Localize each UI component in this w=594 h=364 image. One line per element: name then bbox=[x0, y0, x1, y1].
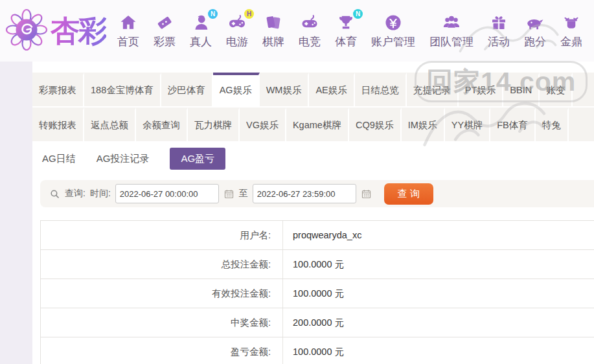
nav-item-lottery[interactable]: 彩票 bbox=[146, 13, 183, 49]
nav-item-paofen[interactable]: 跑分 bbox=[517, 13, 553, 49]
tab-r2-4[interactable]: VG娱乐 bbox=[240, 108, 286, 141]
top-header: 杏彩 首页 彩票 N 真人 H bbox=[0, 0, 594, 62]
brand[interactable]: 杏彩 bbox=[0, 8, 106, 54]
badge: H bbox=[244, 9, 254, 19]
animal-icon bbox=[525, 13, 545, 32]
table-row-3: 中奖金额: 200.0000 元 bbox=[41, 308, 594, 337]
nav-item-esports[interactable]: 电竞 bbox=[291, 13, 328, 49]
tab-r2-3[interactable]: 瓦力棋牌 bbox=[188, 108, 240, 141]
nav-item-live[interactable]: N 真人 bbox=[183, 13, 219, 49]
row-value: 200.0000 元 bbox=[283, 308, 344, 337]
nav-item-label: 电竞 bbox=[299, 34, 321, 49]
nav-item-label: 账户管理 bbox=[371, 34, 415, 49]
row-value: proqwearyda_xc bbox=[283, 221, 361, 249]
tab-r1-3[interactable]: AG娱乐 bbox=[213, 73, 260, 106]
row-label: 有效投注金额: bbox=[41, 279, 283, 308]
tab-r1-0[interactable]: 彩票报表 bbox=[32, 73, 84, 106]
tab-r2-8[interactable]: YY棋牌 bbox=[445, 108, 490, 141]
brand-logo-icon bbox=[5, 8, 48, 54]
table-row-4: 盈亏金额: 100.0000 元 bbox=[41, 337, 594, 364]
tab-r1-6[interactable]: 日结总览 bbox=[355, 73, 407, 106]
badge: N bbox=[208, 9, 218, 19]
calendar-icon[interactable] bbox=[361, 188, 372, 199]
row-label: 中奖金额: bbox=[41, 308, 283, 337]
query-label: 查询: bbox=[65, 188, 86, 199]
person-icon: N bbox=[191, 13, 211, 32]
tab-r2-1[interactable]: 返点总额 bbox=[84, 108, 136, 141]
nav-item-home[interactable]: 首页 bbox=[110, 13, 146, 49]
to-separator: 至 bbox=[239, 188, 248, 199]
gamepad-icon: H bbox=[227, 13, 247, 32]
main-content: 彩票报表188金宝博体育沙巴体育AG娱乐WM娱乐AE娱乐日结总览充提记录PT娱乐… bbox=[32, 62, 594, 364]
tab-r1-8[interactable]: PT娱乐 bbox=[459, 73, 504, 106]
home-icon bbox=[119, 13, 138, 32]
tab-r1-10[interactable]: 账变 bbox=[540, 73, 573, 106]
subtab-1[interactable]: AG投注记录 bbox=[97, 148, 150, 170]
calendar-icon[interactable] bbox=[223, 188, 234, 199]
ticket-icon bbox=[155, 13, 174, 32]
subtab-0[interactable]: AG日结 bbox=[42, 148, 76, 170]
tab-r2-2[interactable]: 余额查询 bbox=[136, 108, 188, 141]
coin-icon bbox=[383, 13, 403, 32]
table-row-2: 有效投注金额: 100.0000 元 bbox=[41, 279, 594, 308]
time-label: 时间: bbox=[90, 188, 111, 199]
subtab-2[interactable]: AG盈亏 bbox=[170, 148, 225, 170]
nav-item-label: 团队管理 bbox=[429, 34, 474, 49]
brand-name: 杏彩 bbox=[51, 12, 106, 51]
nav-item-label: 电游 bbox=[226, 34, 248, 49]
pot-icon bbox=[562, 13, 581, 32]
profit-report-table: 用户名: proqwearyda_xc 总投注金额: 100.0000 元 有效… bbox=[40, 220, 594, 364]
tab-r1-4[interactable]: WM娱乐 bbox=[260, 73, 310, 106]
nav-item-label: 首页 bbox=[117, 34, 139, 49]
nav-item-sports[interactable]: N 体育 bbox=[328, 13, 364, 49]
nav-item-jinding[interactable]: 金鼎 bbox=[553, 13, 589, 49]
page: 杏彩 首页 彩票 N 真人 H bbox=[0, 0, 594, 364]
tab-r2-7[interactable]: IM娱乐 bbox=[402, 108, 445, 141]
main-nav: 首页 彩票 N 真人 H 电游 棋牌 bbox=[110, 13, 589, 49]
tab-r2-10[interactable]: 特兔 bbox=[536, 108, 569, 141]
tab-row-2: 转账报表返点总额余额查询瓦力棋牌VG娱乐Kgame棋牌CQ9娱乐IM娱乐YY棋牌… bbox=[32, 108, 594, 142]
joystick-icon bbox=[300, 13, 319, 32]
nav-item-label: 金鼎 bbox=[560, 34, 582, 49]
row-label: 用户名: bbox=[41, 221, 283, 249]
search-icon bbox=[49, 188, 60, 199]
row-value: 100.0000 元 bbox=[283, 279, 344, 308]
search-bar: 查询: 时间: 至 查 询 bbox=[40, 180, 594, 207]
nav-item-label: 活动 bbox=[488, 34, 510, 49]
nav-item-label: 真人 bbox=[190, 34, 212, 49]
row-label: 总投注金额: bbox=[41, 250, 283, 279]
tab-r1-7[interactable]: 充提记录 bbox=[407, 73, 459, 106]
tab-r1-1[interactable]: 188金宝博体育 bbox=[84, 73, 161, 106]
team-icon bbox=[442, 13, 461, 32]
query-button[interactable]: 查 询 bbox=[384, 183, 433, 205]
nav-item-label: 棋牌 bbox=[262, 34, 284, 49]
tab-row-1: 彩票报表188金宝博体育沙巴体育AG娱乐WM娱乐AE娱乐日结总览充提记录PT娱乐… bbox=[32, 73, 594, 108]
tab-r1-5[interactable]: AE娱乐 bbox=[309, 73, 354, 106]
date-from-input[interactable] bbox=[115, 184, 219, 203]
table-row-0: 用户名: proqwearyda_xc bbox=[41, 221, 594, 250]
nav-item-label: 彩票 bbox=[154, 34, 176, 49]
nav-item-activity[interactable]: 活动 bbox=[481, 13, 517, 49]
tab-r2-9[interactable]: FB体育 bbox=[490, 108, 536, 141]
nav-item-account[interactable]: 账户管理 bbox=[364, 13, 422, 49]
trophy-icon: N bbox=[336, 13, 356, 32]
gift-icon bbox=[489, 13, 508, 32]
nav-item-label: 体育 bbox=[335, 34, 357, 49]
table-row-1: 总投注金额: 100.0000 元 bbox=[41, 250, 594, 279]
date-to-input[interactable] bbox=[253, 184, 356, 203]
badge: N bbox=[353, 9, 363, 19]
nav-item-team[interactable]: 团队管理 bbox=[422, 13, 481, 49]
tab-r1-2[interactable]: 沙巴体育 bbox=[161, 73, 213, 106]
tab-r2-0[interactable]: 转账报表 bbox=[32, 108, 84, 141]
row-label: 盈亏金额: bbox=[41, 337, 283, 364]
tab-r2-6[interactable]: CQ9娱乐 bbox=[349, 108, 402, 141]
ag-subtabs: AG日结AG投注记录AG盈亏 bbox=[42, 148, 225, 170]
nav-item-chess[interactable]: 棋牌 bbox=[255, 13, 291, 49]
row-value: 100.0000 元 bbox=[283, 250, 344, 279]
cards-icon bbox=[264, 13, 283, 32]
nav-item-egames[interactable]: H 电游 bbox=[219, 13, 255, 49]
row-value: 100.0000 元 bbox=[283, 337, 344, 364]
report-tabs: 彩票报表188金宝博体育沙巴体育AG娱乐WM娱乐AE娱乐日结总览充提记录PT娱乐… bbox=[32, 73, 594, 142]
tab-r2-5[interactable]: Kgame棋牌 bbox=[286, 108, 349, 141]
tab-r1-9[interactable]: BBIN bbox=[503, 73, 540, 106]
